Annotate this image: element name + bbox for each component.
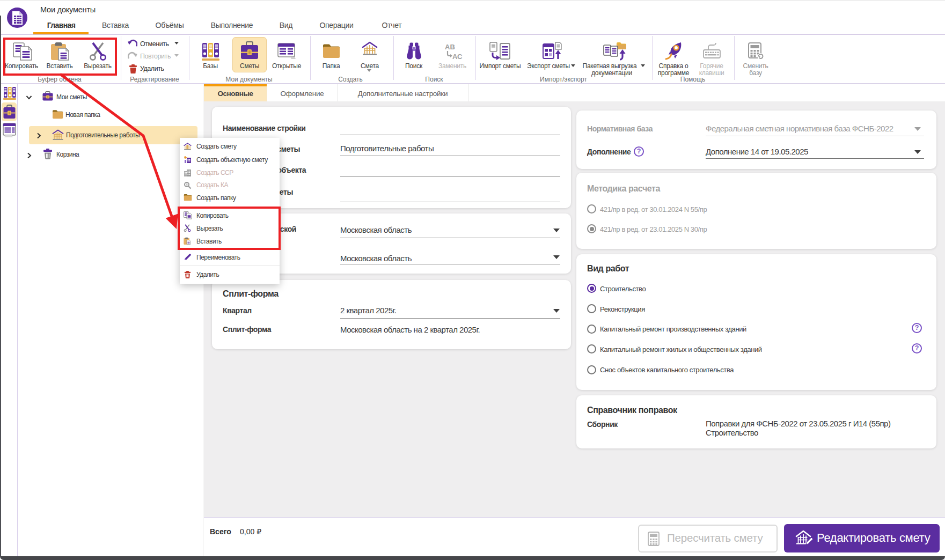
svg-text:АС: АС [452, 53, 463, 61]
svg-text:АВ: АВ [445, 43, 455, 51]
